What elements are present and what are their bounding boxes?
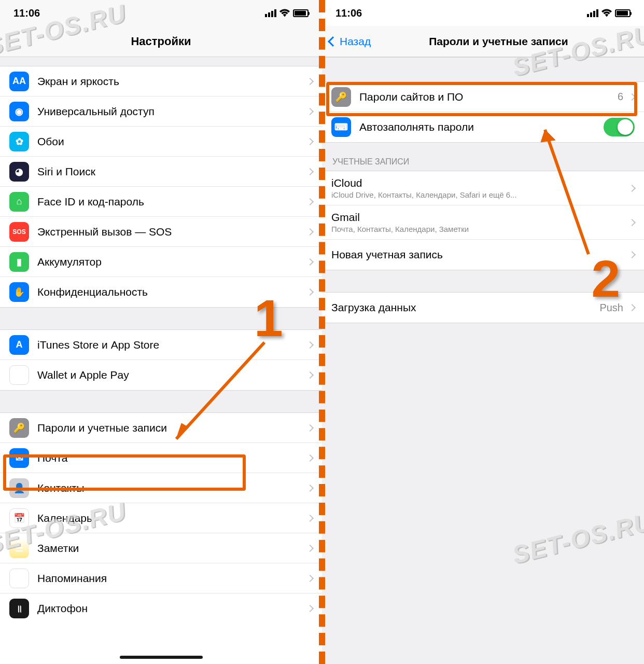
chevron-right-icon	[306, 371, 314, 379]
row-label: Контакты	[37, 482, 305, 494]
settings-row-battery[interactable]: ▮Аккумулятор	[0, 247, 322, 277]
row-label: Загрузка данных	[331, 301, 599, 314]
settings-screen: 11:06 Настройки AAЭкран и яркость◉Универ…	[0, 0, 322, 664]
privacy-icon: ✋	[9, 282, 29, 302]
chevron-right-icon	[306, 258, 314, 265]
status-indicators	[265, 9, 309, 17]
back-button[interactable]: Назад	[329, 35, 371, 48]
home-indicator[interactable]	[120, 656, 203, 659]
row-label: Диктофон	[37, 602, 305, 615]
row-label: Заметки	[37, 542, 305, 555]
group-separator	[322, 57, 644, 82]
status-bar: 11:06	[322, 0, 644, 26]
chevron-right-icon	[306, 341, 314, 348]
status-time: 11:06	[335, 7, 362, 19]
faceid-icon: ⌂	[9, 192, 29, 212]
wallet-icon: ▭	[9, 365, 29, 385]
cellular-icon	[587, 9, 598, 17]
accessibility-icon: ◉	[9, 102, 29, 121]
website-passwords-row[interactable]: 🔑 Пароли сайтов и ПО 6	[322, 82, 644, 112]
settings-row-notes[interactable]: ☰Заметки	[0, 533, 322, 563]
row-label: Экстренный вызов — SOS	[37, 226, 305, 238]
autofill-toggle[interactable]	[604, 118, 635, 136]
chevron-right-icon	[306, 574, 314, 582]
settings-row-siri[interactable]: ◕Siri и Поиск	[0, 157, 322, 187]
voicememos-icon: ॥	[9, 599, 29, 618]
passwords-icon: 🔑	[9, 418, 29, 438]
svg-line-2	[545, 130, 589, 254]
cellular-icon	[265, 9, 276, 17]
row-label: Пароли сайтов и ПО	[359, 91, 618, 103]
chevron-left-icon	[328, 36, 338, 47]
display-icon: AA	[9, 72, 29, 91]
empty-area	[322, 323, 644, 664]
nav-header: Назад Пароли и учетные записи	[322, 26, 644, 57]
settings-row-contacts[interactable]: 👤Контакты	[0, 473, 322, 503]
row-label: Универсальный доступ	[37, 105, 305, 118]
itunes-icon: A	[9, 335, 29, 355]
annotation-arrow-2	[526, 119, 604, 265]
chevron-right-icon	[306, 228, 314, 235]
group-separator	[0, 57, 322, 66]
chevron-right-icon	[306, 605, 314, 612]
chevron-right-icon	[628, 251, 636, 258]
status-time: 11:06	[13, 7, 40, 19]
calendar-icon: 📅	[9, 508, 29, 528]
settings-row-voicememos[interactable]: ॥Диктофон	[0, 593, 322, 624]
chevron-right-icon	[306, 288, 314, 296]
status-indicators	[587, 9, 631, 17]
settings-row-sos[interactable]: SOSЭкстренный вызов — SOS	[0, 217, 322, 247]
notes-icon: ☰	[9, 538, 29, 558]
settings-row-calendar[interactable]: 📅Календарь	[0, 503, 322, 533]
siri-icon: ◕	[9, 162, 29, 182]
settings-row-accessibility[interactable]: ◉Универсальный доступ	[0, 96, 322, 127]
annotation-arrow-1	[166, 335, 275, 454]
chevron-right-icon	[628, 218, 636, 226]
keyboard-icon: ⌨	[331, 117, 351, 137]
battery-icon	[615, 9, 631, 17]
row-label: Экран и яркость	[37, 75, 305, 88]
chevron-right-icon	[306, 514, 314, 521]
settings-row-faceid[interactable]: ⌂Face ID и код-пароль	[0, 187, 322, 217]
chevron-right-icon	[628, 304, 636, 311]
passwords-screen: 11:06 Назад Пароли и учетные записи 🔑 Па…	[322, 0, 644, 664]
settings-row-display[interactable]: AAЭкран и яркость	[0, 66, 322, 96]
row-label: Аккумулятор	[37, 256, 305, 268]
row-count: 6	[618, 91, 623, 103]
settings-row-wallpaper[interactable]: ✿Обои	[0, 127, 322, 157]
settings-row-reminders[interactable]: ⋮Напоминания	[0, 563, 322, 593]
row-label: Календарь	[37, 512, 305, 524]
wallpaper-icon: ✿	[9, 132, 29, 151]
status-bar: 11:06	[0, 0, 322, 26]
chevron-right-icon	[306, 168, 314, 175]
chevron-right-icon	[306, 424, 314, 431]
svg-marker-3	[541, 130, 555, 142]
svg-line-0	[176, 342, 264, 439]
chevron-right-icon	[306, 137, 314, 145]
chevron-right-icon	[306, 544, 314, 551]
screen-divider	[319, 0, 325, 664]
reminders-icon: ⋮	[9, 569, 29, 588]
battery-icon: ▮	[9, 252, 29, 272]
contacts-icon: 👤	[9, 478, 29, 498]
back-label: Назад	[340, 35, 371, 48]
chevron-right-icon	[306, 198, 314, 205]
mail-icon: ✉	[9, 448, 29, 468]
key-icon: 🔑	[331, 87, 351, 107]
chevron-right-icon	[306, 454, 314, 461]
nav-header: Настройки	[0, 26, 322, 57]
nav-title: Настройки	[0, 35, 322, 48]
chevron-right-icon	[306, 107, 314, 115]
chevron-right-icon	[628, 93, 636, 100]
row-label: Face ID и код-пароль	[37, 196, 305, 208]
chevron-right-icon	[306, 484, 314, 491]
settings-group-1: AAЭкран и яркость◉Универсальный доступ✿О…	[0, 66, 322, 307]
battery-icon	[293, 9, 309, 17]
wifi-icon	[601, 9, 612, 17]
wifi-icon	[279, 9, 290, 17]
row-label: Напоминания	[37, 572, 305, 585]
row-label: Обои	[37, 135, 305, 148]
row-label: Siri и Поиск	[37, 165, 305, 178]
sos-icon: SOS	[9, 222, 29, 242]
chevron-right-icon	[306, 77, 314, 85]
